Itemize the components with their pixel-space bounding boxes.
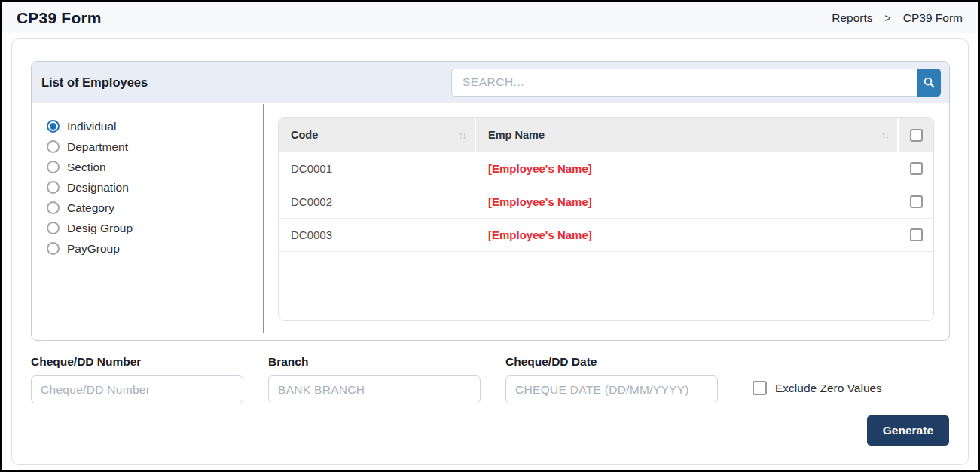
radio-label: Category xyxy=(67,201,114,215)
branch-field: Branch xyxy=(268,355,481,403)
radio-label: Section xyxy=(67,161,106,174)
table-row: DC0002 [Employee's Name] xyxy=(279,185,933,219)
exclude-zero-values-group[interactable]: Exclude Zero Values xyxy=(753,381,882,395)
search-group xyxy=(451,69,941,97)
cheque-dd-date-field: Cheque/DD Date xyxy=(505,355,718,403)
list-of-employees-panel: List of Employees Indiv xyxy=(31,61,950,341)
exclude-zero-values-checkbox[interactable] xyxy=(753,381,767,395)
radio-icon[interactable] xyxy=(47,120,60,133)
cheque-dd-number-label: Cheque/DD Number xyxy=(31,355,243,369)
radio-label: Desig Group xyxy=(67,222,133,235)
employee-name-cell: [Employee's Name] xyxy=(476,195,899,208)
radio-icon[interactable] xyxy=(47,222,60,234)
table-body: DC0001 [Employee's Name] DC0002 [Employe… xyxy=(279,152,933,252)
row-checkbox[interactable] xyxy=(910,195,923,208)
sort-icon[interactable]: ↑↓ xyxy=(881,130,889,141)
employee-name-cell: [Employee's Name] xyxy=(476,228,899,241)
exclude-zero-values-label: Exclude Zero Values xyxy=(775,382,882,395)
table-row: DC0001 [Employee's Name] xyxy=(279,152,933,185)
radio-label: PayGroup xyxy=(67,242,120,256)
row-checkbox[interactable] xyxy=(910,162,923,175)
search-input[interactable] xyxy=(451,69,917,97)
branch-label: Branch xyxy=(268,355,481,369)
filter-radio-paygroup[interactable]: PayGroup xyxy=(47,238,263,259)
generate-button[interactable]: Generate xyxy=(867,415,949,446)
app-window: CP39 Form Reports > CP39 Form List of Em… xyxy=(0,0,980,472)
filter-radio-desig-group[interactable]: Desig Group xyxy=(47,218,263,238)
employees-table: Code ↑↓ Emp Name ↑↓ DC0001 [Employee's N… xyxy=(278,117,934,321)
table-row: DC0003 [Employee's Name] xyxy=(279,219,933,252)
employee-code-cell: DC0002 xyxy=(279,195,476,208)
sort-icon[interactable]: ↑↓ xyxy=(459,130,466,141)
search-icon xyxy=(923,76,936,89)
search-button[interactable] xyxy=(917,69,941,97)
filter-radio-department[interactable]: Department xyxy=(47,136,263,157)
table-header-row: Code ↑↓ Emp Name ↑↓ xyxy=(279,118,933,152)
radio-icon[interactable] xyxy=(47,201,60,214)
panel-body: Individual Department Section Designatio… xyxy=(32,103,949,341)
column-header-emp-name[interactable]: Emp Name ↑↓ xyxy=(476,118,899,152)
page-title: CP39 Form xyxy=(17,9,102,27)
radio-icon[interactable] xyxy=(47,181,60,194)
column-header-select-all xyxy=(899,118,933,152)
cheque-dd-number-field: Cheque/DD Number xyxy=(31,355,243,403)
cheque-form-row: Cheque/DD Number Branch Cheque/DD Date E… xyxy=(31,355,950,403)
panel-header: List of Employees xyxy=(32,62,949,103)
employee-code-cell: DC0003 xyxy=(279,228,476,241)
cheque-dd-date-input[interactable] xyxy=(505,375,718,403)
radio-label: Department xyxy=(67,140,128,154)
breadcrumb-current: CP39 Form xyxy=(903,11,963,25)
page-header: CP39 Form Reports > CP39 Form xyxy=(2,2,978,33)
radio-label: Individual xyxy=(67,120,117,133)
branch-input[interactable] xyxy=(268,375,481,403)
row-checkbox[interactable] xyxy=(910,228,923,241)
radio-label: Designation xyxy=(67,181,129,195)
select-all-checkbox[interactable] xyxy=(910,129,923,142)
cheque-dd-date-label: Cheque/DD Date xyxy=(505,355,718,369)
breadcrumb-reports-link[interactable]: Reports xyxy=(832,11,872,25)
panel-title: List of Employees xyxy=(41,75,148,90)
filter-radio-designation[interactable]: Designation xyxy=(47,177,263,198)
vertical-divider xyxy=(263,104,264,333)
filter-radio-section[interactable]: Section xyxy=(47,157,263,177)
employee-code-cell: DC0001 xyxy=(279,162,476,175)
employee-name-cell: [Employee's Name] xyxy=(476,162,899,175)
breadcrumb-separator: > xyxy=(885,12,891,24)
employee-filter-radios: Individual Department Section Designatio… xyxy=(32,103,263,341)
column-header-code[interactable]: Code ↑↓ xyxy=(279,118,476,152)
filter-radio-individual[interactable]: Individual xyxy=(47,116,263,136)
radio-icon[interactable] xyxy=(47,140,60,153)
filter-radio-category[interactable]: Category xyxy=(47,198,263,218)
cheque-dd-number-input[interactable] xyxy=(31,375,243,403)
form-card: List of Employees Indiv xyxy=(11,38,969,465)
radio-icon[interactable] xyxy=(47,161,60,173)
breadcrumb: Reports > CP39 Form xyxy=(832,11,963,25)
radio-icon[interactable] xyxy=(47,242,60,255)
